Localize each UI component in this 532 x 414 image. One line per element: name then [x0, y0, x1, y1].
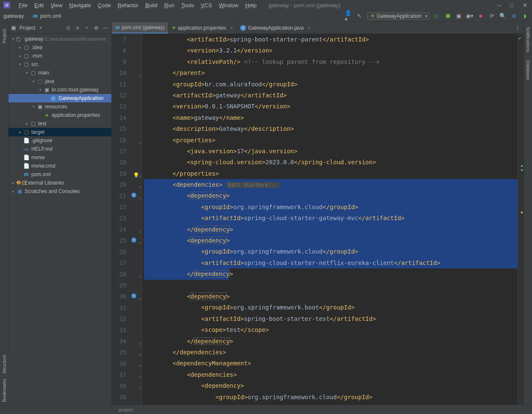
- search-icon[interactable]: 🔍: [499, 12, 507, 20]
- code-line[interactable]: <groupId>org.springframework.cloud</grou…: [144, 201, 518, 213]
- line-number[interactable]: 10: [112, 67, 126, 78]
- code-line[interactable]: <dependencyManagement>: [144, 358, 518, 369]
- tree-arrow-icon[interactable]: ▾: [30, 105, 36, 109]
- tree-resources[interactable]: ▾▣resources: [8, 102, 111, 111]
- close-tab-icon[interactable]: ×: [308, 25, 310, 30]
- tree-src[interactable]: ▾▢src: [8, 60, 111, 69]
- line-number[interactable]: 18: [112, 157, 126, 168]
- line-number[interactable]: 7: [112, 34, 126, 45]
- marker-icon[interactable]: [521, 212, 523, 213]
- tree-arrow-icon[interactable]: ▸: [10, 189, 16, 193]
- code-line[interactable]: <artifactId>spring-boot-starter-test</ar…: [144, 313, 518, 324]
- code-line[interactable]: </properties>: [144, 168, 518, 179]
- tree-pom[interactable]: mpom.xml: [8, 170, 111, 179]
- tree-java[interactable]: ▾▢java: [8, 77, 111, 86]
- code-line[interactable]: <artifactId>gateway</artifactId>: [144, 90, 518, 101]
- line-number[interactable]: 16: [112, 135, 126, 146]
- tree-package[interactable]: ▾▣br.com.food.gateway: [8, 86, 111, 94]
- code-content[interactable]: <artifactId>spring-boot-starter-parent</…: [142, 34, 518, 405]
- line-number[interactable]: 23: [112, 213, 126, 224]
- ide-settings-icon[interactable]: ⊕: [510, 12, 518, 20]
- profile-icon[interactable]: ◉▾: [466, 12, 474, 20]
- code-line[interactable]: <relativePath/> <!-- lookup parent from …: [144, 56, 518, 67]
- tree-root[interactable]: ▾▢■gatewayC:\estudos\alura\Microsservic: [8, 35, 111, 43]
- tree-scratches[interactable]: ▸▣Scratches and Consoles: [8, 187, 111, 196]
- tree-arrow-icon[interactable]: ▾: [30, 79, 36, 83]
- line-number[interactable]: 33: [112, 325, 126, 336]
- code-line[interactable]: <dependencies> Edit Starters...: [144, 179, 518, 190]
- tabs-more-icon[interactable]: ⋮: [511, 22, 524, 33]
- status-project-tab[interactable]: project: [115, 407, 136, 412]
- tree-main[interactable]: ▾▢main: [8, 69, 111, 77]
- run-configuration-dropdown[interactable]: ❖ GatewayApplication: [367, 12, 429, 20]
- line-number[interactable]: 14: [112, 112, 126, 123]
- line-number[interactable]: 38: [112, 381, 126, 392]
- code-line[interactable]: </dependency>: [144, 336, 518, 347]
- line-number[interactable]: 15: [112, 123, 126, 134]
- tree-target[interactable]: ▸▢target: [8, 128, 111, 136]
- code-line[interactable]: <groupId>org.springframework.cloud</grou…: [144, 246, 518, 257]
- line-number[interactable]: 25: [112, 235, 126, 246]
- line-number[interactable]: 9: [112, 56, 126, 67]
- line-number[interactable]: 13: [112, 101, 126, 112]
- code-line[interactable]: <groupId>org.springframework.boot</group…: [144, 302, 518, 313]
- stop-icon[interactable]: ■: [477, 12, 485, 20]
- line-number[interactable]: 32: [112, 313, 126, 324]
- code-line[interactable]: </dependencies>: [144, 347, 518, 358]
- vcs-update-icon[interactable]: ⟳: [488, 12, 496, 20]
- code-line[interactable]: <artifactId>spring-cloud-starter-netflix…: [144, 257, 518, 268]
- select-opened-file-icon[interactable]: ⊙: [65, 25, 72, 31]
- tree-test[interactable]: ▸▢test: [8, 119, 111, 128]
- menu-vcs[interactable]: VCS: [197, 2, 216, 8]
- edit-starters-hint[interactable]: Edit Starters...: [226, 182, 280, 188]
- line-number[interactable]: 30: [112, 291, 126, 302]
- tree-arrow-icon[interactable]: ▸: [10, 181, 16, 185]
- code-line[interactable]: <artifactId>spring-boot-starter-parent</…: [144, 34, 518, 45]
- dependency-gutter-icon[interactable]: ↑: [131, 293, 136, 298]
- tree-gateway-application[interactable]: CGatewayApplication: [8, 94, 111, 102]
- menu-edit[interactable]: Edit: [31, 2, 47, 8]
- code-line[interactable]: <spring-cloud.version>2023.0.0</spring-c…: [144, 157, 518, 168]
- run-icon[interactable]: ▷: [433, 12, 441, 20]
- line-number[interactable]: 39: [112, 392, 126, 403]
- tree-app-properties[interactable]: ❖application.properties: [8, 111, 111, 119]
- build-icon[interactable]: ↖: [356, 12, 363, 20]
- line-number[interactable]: 28: [112, 269, 126, 280]
- line-number[interactable]: 29: [112, 280, 126, 291]
- coverage-icon[interactable]: ▣: [455, 12, 463, 20]
- hide-icon[interactable]: —: [102, 25, 109, 31]
- breadcrumb-root[interactable]: gateway: [3, 13, 24, 19]
- line-number[interactable]: 26: [112, 246, 126, 257]
- tree-ext-libs[interactable]: ▸�后External Libraries: [8, 179, 111, 187]
- structure-tool-tab[interactable]: Structure: [0, 352, 8, 376]
- code-line[interactable]: <version>3.2.1</version>: [144, 45, 518, 56]
- line-number-gutter[interactable]: 7891011121314151617181920212223242526272…: [112, 34, 130, 405]
- code-line[interactable]: <groupId>br.com.alurafood</groupId>: [144, 79, 518, 90]
- tree-arrow-icon[interactable]: ▾: [17, 62, 23, 66]
- line-number[interactable]: 8: [112, 45, 126, 56]
- code-line[interactable]: <name>gateway</name>: [144, 112, 518, 123]
- debug-icon[interactable]: ⬢: [444, 12, 452, 20]
- close-icon[interactable]: ✕: [523, 2, 529, 8]
- code-line[interactable]: <dependency>: [144, 291, 518, 302]
- menu-tools[interactable]: Tools: [178, 2, 197, 8]
- tree-arrow-icon[interactable]: ▸: [17, 130, 23, 134]
- code-line[interactable]: <version>0.0.1-SNAPSHOT</version>: [144, 101, 518, 112]
- line-number[interactable]: 22: [112, 201, 126, 213]
- line-number[interactable]: 21: [112, 190, 126, 201]
- code-line[interactable]: <dependency>: [144, 235, 518, 246]
- add-user-icon[interactable]: 👤▾: [345, 12, 352, 20]
- gear-icon[interactable]: ⚙: [93, 25, 100, 31]
- menu-help[interactable]: Help: [242, 2, 260, 8]
- tab-pom-xml-gateway-[interactable]: mpom.xml (gateway): [112, 22, 169, 33]
- line-number[interactable]: 19: [112, 168, 126, 179]
- bookmarks-tool-tab[interactable]: Bookmarks: [0, 376, 8, 405]
- inspection-ok-icon[interactable]: ✔: [518, 36, 521, 41]
- tree-help[interactable]: MDHELP.md: [8, 145, 111, 153]
- code-line[interactable]: <dependencies>: [144, 369, 518, 380]
- maximize-icon[interactable]: □: [510, 2, 516, 8]
- code-line[interactable]: <scope>test</scope>: [144, 324, 518, 335]
- line-number[interactable]: 24: [112, 224, 126, 235]
- tree-arrow-icon[interactable]: ▾: [37, 88, 43, 92]
- menu-code[interactable]: Code: [94, 2, 114, 8]
